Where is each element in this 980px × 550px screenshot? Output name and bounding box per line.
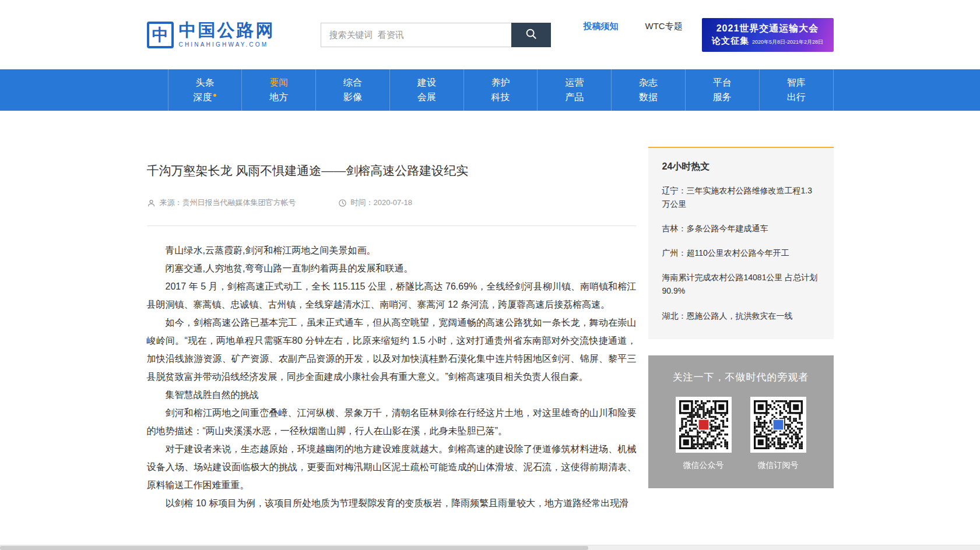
article: 千沟万壑架长龙 风雨不惧建通途——剑榕高速公路建设纪实 来源：贵州日报当代融媒体… [147, 147, 637, 512]
qr-code-image-1 [750, 397, 806, 453]
article-paragraph-4: 集智慧战胜自然的挑战 [147, 386, 637, 404]
search-button[interactable] [511, 23, 551, 47]
nav-item-top-2[interactable]: 综合 [343, 78, 362, 87]
nav-item-bottom-4[interactable]: 科技 [491, 93, 510, 102]
horizontal-scrollbar-thumb[interactable] [0, 546, 588, 550]
hot-article-link-1[interactable]: 吉林：多条公路今年建成通车 [662, 222, 820, 235]
nav-item-top-1[interactable]: 要闻 [269, 78, 288, 87]
hot-articles-list: 辽宁：三年实施农村公路维修改造工程1.3万公里吉林：多条公路今年建成通车广州：超… [662, 184, 820, 323]
hot-articles-box: 24小时热文 辽宁：三年实施农村公路维修改造工程1.3万公里吉林：多条公路今年建… [648, 147, 834, 339]
search-icon [525, 27, 538, 42]
nav-column-0: 头条深度 [168, 69, 242, 111]
link-wtc-topic[interactable]: WTC专题 [645, 21, 683, 32]
hot-article-link-4[interactable]: 湖北：恩施公路人，抗洪救灾在一线 [662, 309, 820, 323]
nav-column-2: 综合影像 [315, 69, 389, 111]
site-header: 中 中国公路网 CHINAHIGHWAY.COM 投稿须知 WTC专题 [0, 0, 980, 69]
hot-articles-title: 24小时热文 [662, 161, 820, 173]
nav-column-7: 平台服务 [685, 69, 759, 111]
follow-box: 关注一下，不做时代的旁观者 微信公众号微信订阅号 [648, 355, 834, 488]
nav-item-bottom-5[interactable]: 产品 [565, 93, 584, 102]
banner-subtitle: 论文征集 [712, 36, 749, 47]
nav-column-4: 养护科技 [463, 69, 538, 111]
nav-item-bottom-1[interactable]: 地方 [269, 93, 288, 102]
hot-article-link-2[interactable]: 广州：超110公里农村公路今年开工 [662, 246, 820, 260]
article-meta: 来源：贵州日报当代融媒体集团官方帐号 时间：2020-07-18 [147, 198, 637, 208]
nav-column-5: 运营产品 [537, 69, 611, 111]
nav-item-top-4[interactable]: 养护 [491, 78, 510, 87]
article-paragraph-7: 以剑榕 10 标项目为例，该项目所处地质为节理裂隙发育的变质板岩，降雨频繁且雨量… [147, 494, 637, 512]
nav-item-top-8[interactable]: 智库 [787, 78, 806, 87]
nav-item-top-3[interactable]: 建设 [417, 78, 436, 87]
nav-item-top-6[interactable]: 杂志 [639, 78, 658, 87]
nav-item-bottom-7[interactable]: 服务 [713, 93, 732, 102]
conference-banner-ad[interactable]: 2021世界交通运输大会 论文征集 2020年5月8日-2021年2月28日 [702, 18, 834, 52]
nav-item-bottom-8[interactable]: 出行 [787, 93, 806, 102]
qr-code-1: 微信订阅号 [750, 397, 806, 471]
logo-subtitle: CHINAHIGHWAY.COM [179, 41, 275, 48]
nav-column-8: 智库出行 [759, 69, 834, 111]
article-paragraph-3: 如今，剑榕高速公路已基本完工，虽未正式通车，但从高空眺望，宽阔通畅的高速公路犹如… [147, 313, 637, 386]
nav-column-1: 要闻地方 [241, 69, 315, 111]
article-paragraph-0: 青山绿水,云蒸霞蔚,剑河和榕江两地之间美景如画。 [147, 241, 637, 259]
new-badge-dot-icon [213, 94, 216, 97]
article-time: 时间：2020-07-18 [351, 198, 413, 208]
qr-label-1: 微信订阅号 [758, 460, 799, 471]
search-input[interactable] [321, 23, 511, 47]
article-paragraph-1: 闭塞交通,人穷地贫,弯弯山路一直制约着两县的发展和联通。 [147, 259, 637, 277]
qr-label-0: 微信公众号 [683, 460, 724, 471]
site-logo[interactable]: 中 中国公路网 CHINAHIGHWAY.COM [147, 22, 275, 48]
article-paragraph-2: 2017 年 5 月，剑榕高速正式动工，全长 115.115 公里，桥隧比高达 … [147, 277, 637, 313]
article-title: 千沟万壑架长龙 风雨不惧建通途——剑榕高速公路建设纪实 [147, 162, 637, 179]
nav-item-bottom-0[interactable]: 深度 [193, 93, 216, 102]
search-bar [321, 23, 551, 47]
nav-item-bottom-6[interactable]: 数据 [639, 93, 658, 102]
horizontal-scrollbar [0, 545, 980, 550]
link-submission-notice[interactable]: 投稿须知 [584, 21, 619, 32]
qr-code-image-0 [676, 397, 732, 453]
source-person-icon [147, 199, 156, 207]
main-nav: 头条深度要闻地方综合影像建设会展养护科技运营产品杂志数据平台服务智库出行 [0, 69, 980, 111]
article-body: 青山绿水,云蒸霞蔚,剑河和榕江两地之间美景如画。闭塞交通,人穷地贫,弯弯山路一直… [147, 226, 637, 512]
article-paragraph-5: 剑河和榕江两地之间重峦叠嶂、江河纵横、景象万千，清朝名臣林则徐在行经这片土地，对… [147, 404, 637, 440]
sidebar: 24小时热文 辽宁：三年实施农村公路维修改造工程1.3万公里吉林：多条公路今年建… [648, 147, 834, 512]
nav-item-top-7[interactable]: 平台 [713, 78, 732, 87]
nav-column-3: 建设会展 [389, 69, 463, 111]
nav-item-top-5[interactable]: 运营 [565, 78, 584, 87]
logo-icon: 中 [147, 22, 174, 48]
hot-article-link-0[interactable]: 辽宁：三年实施农村公路维修改造工程1.3万公里 [662, 184, 820, 211]
nav-item-top-0[interactable]: 头条 [195, 78, 214, 87]
nav-column-6: 杂志数据 [611, 69, 685, 111]
qr-code-0: 微信公众号 [676, 397, 732, 471]
nav-item-bottom-2[interactable]: 影像 [343, 93, 362, 102]
logo-title: 中国公路网 [179, 22, 275, 39]
article-source: 来源：贵州日报当代融媒体集团官方帐号 [160, 198, 296, 208]
hot-article-link-3[interactable]: 海南累计完成农村公路14081公里 占总计划90.9% [662, 271, 820, 298]
nav-columns: 头条深度要闻地方综合影像建设会展养护科技运营产品杂志数据平台服务智库出行 [147, 69, 834, 111]
banner-dates: 2020年5月8日-2021年2月28日 [752, 38, 823, 46]
qr-row: 微信公众号微信订阅号 [659, 397, 823, 471]
follow-title: 关注一下，不做时代的旁观者 [659, 371, 823, 384]
article-paragraph-6: 对于建设者来说，生态越原始，环境越幽闭的地方建设难度就越大。剑榕高速的建设除了便… [147, 440, 637, 494]
time-clock-icon [338, 199, 347, 207]
nav-item-bottom-3[interactable]: 会展 [417, 93, 436, 102]
banner-title: 2021世界交通运输大会 [716, 23, 819, 35]
